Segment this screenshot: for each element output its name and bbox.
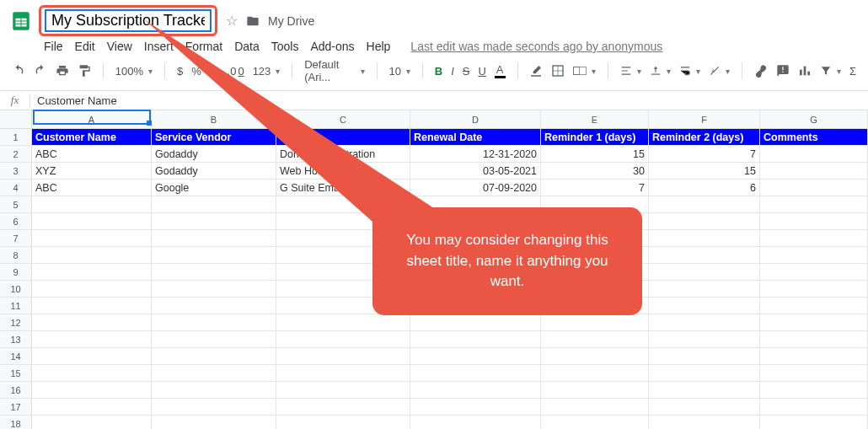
data-cell[interactable]: [649, 416, 760, 429]
row-header[interactable]: 15: [0, 365, 32, 382]
header-cell[interactable]: Renewal Date: [410, 129, 541, 146]
data-cell[interactable]: [276, 399, 410, 416]
column-header[interactable]: F: [649, 110, 760, 129]
data-cell[interactable]: 7: [649, 146, 760, 163]
percent-button[interactable]: %: [191, 65, 201, 78]
row-header[interactable]: 5: [0, 196, 32, 213]
chart-button[interactable]: [798, 64, 812, 78]
menu-data[interactable]: Data: [234, 40, 260, 53]
data-cell[interactable]: [541, 399, 649, 416]
data-cell[interactable]: [276, 382, 410, 399]
header-cell[interactable]: Comments: [760, 129, 868, 146]
row-header[interactable]: 14: [0, 348, 32, 365]
merge-cells-button[interactable]: [573, 66, 596, 76]
data-cell[interactable]: [32, 230, 152, 247]
h-align-button[interactable]: [620, 65, 641, 77]
data-cell[interactable]: [541, 365, 649, 382]
data-cell[interactable]: 15: [541, 146, 649, 163]
row-header[interactable]: 7: [0, 230, 32, 247]
row-header[interactable]: 12: [0, 314, 32, 331]
data-cell[interactable]: Domain Registration: [276, 146, 410, 163]
row-header[interactable]: 18: [0, 416, 32, 429]
data-cell[interactable]: XYZ: [32, 163, 152, 180]
data-cell[interactable]: [760, 180, 868, 196]
document-title-input[interactable]: [45, 9, 212, 32]
row-header[interactable]: 16: [0, 382, 32, 399]
row-header[interactable]: 10: [0, 281, 32, 298]
select-all-corner[interactable]: [0, 110, 32, 129]
data-cell[interactable]: [32, 399, 152, 416]
comment-button[interactable]: [776, 64, 790, 78]
data-cell[interactable]: [541, 314, 649, 331]
data-cell[interactable]: [410, 348, 541, 365]
data-cell[interactable]: [276, 348, 410, 365]
data-cell[interactable]: [152, 264, 276, 281]
data-cell[interactable]: [760, 416, 868, 429]
data-cell[interactable]: [276, 314, 410, 331]
data-cell[interactable]: [760, 298, 868, 314]
data-cell[interactable]: [276, 416, 410, 429]
italic-button[interactable]: I: [451, 65, 454, 78]
data-cell[interactable]: [760, 196, 868, 213]
paint-format-button[interactable]: [78, 64, 91, 78]
data-cell[interactable]: [152, 281, 276, 298]
data-cell[interactable]: [410, 416, 541, 429]
increase-decimals-button[interactable]: .00: [228, 65, 244, 78]
data-cell[interactable]: [32, 281, 152, 298]
data-cell[interactable]: [276, 331, 410, 348]
data-cell[interactable]: [649, 399, 760, 416]
data-cell[interactable]: [410, 382, 541, 399]
data-cell[interactable]: [649, 230, 760, 247]
header-cell[interactable]: Reminder 2 (days): [649, 129, 760, 146]
data-cell[interactable]: [760, 264, 868, 281]
data-cell[interactable]: [649, 365, 760, 382]
print-button[interactable]: [56, 64, 69, 78]
last-edit-link[interactable]: Last edit was made seconds ago by anonym…: [410, 40, 662, 53]
row-header[interactable]: 13: [0, 331, 32, 348]
column-header[interactable]: C: [276, 110, 410, 129]
row-header[interactable]: 9: [0, 264, 32, 281]
data-cell[interactable]: [649, 348, 760, 365]
menu-view[interactable]: View: [107, 40, 132, 53]
data-cell[interactable]: ABC: [32, 146, 152, 163]
data-cell[interactable]: [152, 314, 276, 331]
fill-color-button[interactable]: [529, 64, 543, 78]
data-cell[interactable]: [32, 213, 152, 230]
number-format-select[interactable]: 123: [253, 65, 281, 78]
decrease-decimals-button[interactable]: .0: [210, 65, 219, 78]
data-cell[interactable]: 12-31-2020: [410, 146, 541, 163]
menu-file[interactable]: File: [44, 40, 63, 53]
data-cell[interactable]: [152, 365, 276, 382]
data-cell[interactable]: [760, 399, 868, 416]
strike-button[interactable]: S: [463, 65, 470, 78]
bold-button[interactable]: B: [435, 65, 442, 78]
data-cell[interactable]: [760, 281, 868, 298]
data-cell[interactable]: 07-09-2020: [410, 180, 541, 196]
link-button[interactable]: [754, 64, 768, 78]
data-cell[interactable]: Godaddy: [152, 163, 276, 180]
data-cell[interactable]: [760, 382, 868, 399]
row-header[interactable]: 3: [0, 163, 32, 180]
data-cell[interactable]: Web Hosting: [276, 163, 410, 180]
menu-help[interactable]: Help: [367, 40, 391, 53]
data-cell[interactable]: [649, 196, 760, 213]
data-cell[interactable]: [152, 348, 276, 365]
data-cell[interactable]: [760, 348, 868, 365]
folder-icon[interactable]: [246, 14, 260, 28]
data-cell[interactable]: [32, 331, 152, 348]
data-cell[interactable]: [410, 314, 541, 331]
column-header[interactable]: E: [541, 110, 649, 129]
data-cell[interactable]: [152, 230, 276, 247]
data-cell[interactable]: [649, 264, 760, 281]
row-header[interactable]: 17: [0, 399, 32, 416]
header-cell[interactable]: Service: [276, 129, 410, 146]
data-cell[interactable]: ABC: [32, 180, 152, 196]
column-header[interactable]: A: [32, 110, 152, 129]
wrap-button[interactable]: [679, 65, 700, 77]
header-cell[interactable]: Reminder 1 (days): [541, 129, 649, 146]
column-header[interactable]: G: [760, 110, 868, 129]
data-cell[interactable]: [760, 213, 868, 230]
data-cell[interactable]: [649, 213, 760, 230]
data-cell[interactable]: [32, 247, 152, 264]
data-cell[interactable]: 6: [649, 180, 760, 196]
